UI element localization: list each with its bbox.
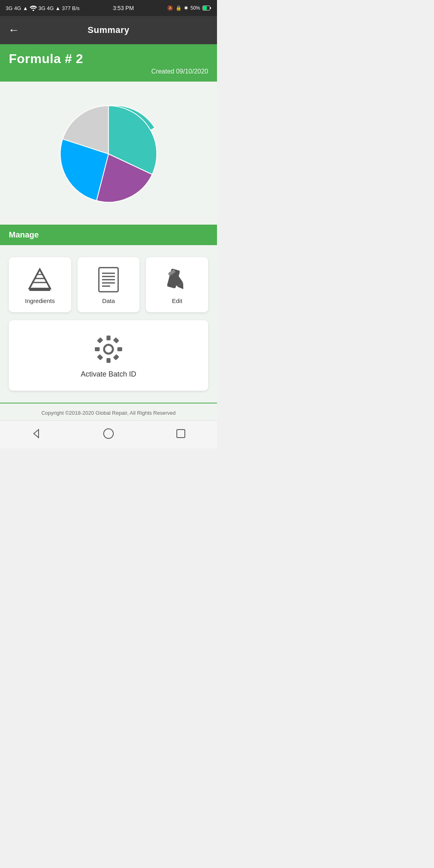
nav-home-button[interactable] (96, 424, 121, 444)
svg-point-28 (104, 429, 113, 438)
copyright-text: Copyright ©2018-2020 Global Repair, All … (41, 410, 176, 416)
svg-rect-24 (113, 337, 119, 344)
pyramid-icon (27, 268, 53, 292)
status-left: 3G 4G ▲ 3G 4G ▲ 377 B/s (6, 5, 80, 11)
svg-rect-2 (203, 6, 207, 10)
header: ← Summary (0, 16, 217, 44)
status-bar: 3G 4G ▲ 3G 4G ▲ 377 B/s 3:53 PM 🔕 🔒 ✱ 50… (0, 0, 217, 16)
svg-point-18 (104, 345, 113, 354)
status-time: 3:53 PM (113, 5, 134, 11)
nav-bar (0, 420, 217, 448)
svg-rect-25 (97, 354, 103, 360)
lock-icon: 🔒 (176, 5, 182, 11)
signal-bars: ▲ (23, 5, 28, 11)
nav-back-button[interactable] (24, 424, 48, 444)
network-speed: 3G 4G ▲ 377 B/s (39, 5, 80, 11)
edit-label: Edit (172, 297, 182, 304)
activate-batch-button[interactable]: Activate Batch ID (9, 320, 208, 391)
gear-icon (94, 335, 123, 364)
svg-rect-20 (106, 358, 111, 363)
ingredients-label: Ingredients (25, 297, 55, 304)
battery-icon (203, 6, 211, 10)
svg-rect-21 (95, 347, 100, 351)
manage-title: Manage (9, 230, 208, 240)
page-title: Summary (88, 25, 129, 35)
signal-text: 3G (6, 5, 12, 11)
actions-grid: Ingredients Data (0, 245, 217, 320)
manage-banner: Manage (0, 225, 217, 245)
battery-percent: 50% (190, 5, 200, 11)
data-label: Data (102, 297, 115, 304)
formula-created: Created 09/10/2020 (9, 68, 208, 75)
chart-section (0, 82, 217, 225)
svg-rect-19 (106, 336, 111, 340)
nav-recent-button[interactable] (169, 424, 193, 444)
activate-batch-label: Activate Batch ID (81, 370, 136, 379)
footer: Copyright ©2018-2020 Global Repair, All … (0, 403, 217, 420)
back-button[interactable]: ← (8, 24, 19, 37)
pie-chart (52, 98, 165, 210)
batch-section: Activate Batch ID (0, 320, 217, 403)
svg-rect-7 (29, 289, 50, 291)
vibrate-icon: 🔕 (167, 5, 173, 11)
formula-banner: Formula # 2 Created 09/10/2020 (0, 44, 217, 82)
svg-point-0 (33, 10, 34, 11)
bluetooth-icon: ✱ (184, 5, 188, 11)
ingredients-button[interactable]: Ingredients (9, 257, 71, 312)
wifi-icon (30, 6, 37, 11)
svg-rect-26 (113, 354, 119, 360)
edit-button[interactable]: Edit (146, 257, 208, 312)
signal-4g: 4G (14, 5, 21, 11)
data-button[interactable]: Data (78, 257, 140, 312)
document-icon (98, 268, 119, 292)
svg-marker-27 (34, 430, 39, 438)
svg-rect-23 (97, 337, 103, 344)
svg-rect-22 (117, 347, 122, 351)
pencil-icon (166, 268, 188, 292)
formula-title: Formula # 2 (9, 51, 208, 66)
svg-rect-29 (177, 430, 185, 438)
status-right: 🔕 🔒 ✱ 50% (167, 5, 211, 11)
